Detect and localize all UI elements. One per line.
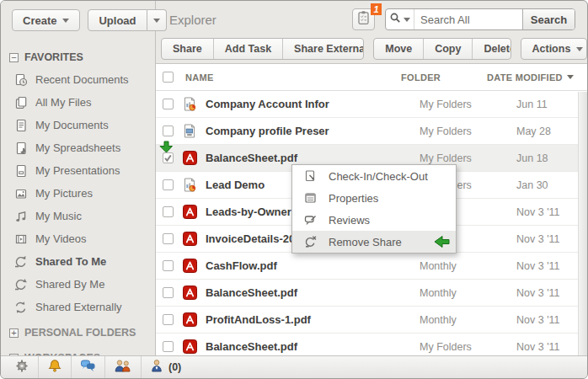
search-button[interactable]: Search [522,9,575,29]
context-menu-item-label: Properties [329,192,378,205]
table-row[interactable]: Company Account InforMy FoldersJun 11 [156,91,587,118]
status-bar: (0) [1,355,587,378]
row-checkbox[interactable] [163,206,174,217]
context-menu-item-remove-share[interactable]: Remove Share [292,231,456,253]
row-checkbox[interactable] [163,233,174,244]
search-input[interactable] [414,9,522,29]
row-checkbox[interactable] [163,125,174,136]
tasks-clipboard-button[interactable]: 1 [352,8,375,30]
sidebar-item-my-documents[interactable]: My Documents [9,114,155,136]
file-name[interactable]: BalanceSheet.pdf [206,152,411,164]
pdf-file-icon [183,232,206,246]
sidebar-item-my-music[interactable]: My Music [9,205,155,227]
contacts-icon [114,359,132,376]
clipboard-icon [356,10,371,29]
scrollbar-track[interactable] [578,92,587,355]
share-externally-button[interactable]: Share Externally [283,39,364,59]
statusbar-settings-button[interactable] [6,356,39,378]
pdf-file-icon [183,151,206,165]
row-checkbox[interactable] [163,314,174,325]
file-name[interactable]: Company Account Infor [206,98,411,110]
collapse-icon[interactable]: − [9,53,19,62]
file-date-modified: Nov 3 '11 [497,287,587,299]
file-folder: My Folders [411,99,497,110]
chevron-down-icon [576,47,583,51]
file-name[interactable]: ProfitAndLoss-1.pdf [206,313,411,326]
sidebar-item-label: Recent Documents [35,73,129,86]
row-check-cell [156,179,183,190]
properties-icon [303,191,318,205]
my-pictures-icon [13,186,28,200]
sidebar-item-my-pictures[interactable]: My Pictures [9,182,155,205]
row-checkbox[interactable] [163,341,174,352]
column-header-date-modified[interactable]: DATE MODIFIED [487,72,577,83]
table-row[interactable]: ProfitAndLoss-1.pdfMonthlyNov 3 '11 [156,307,587,334]
file-folder: Monthly [411,287,497,299]
statusbar-chat-button[interactable] [72,356,105,378]
search-box: Search [385,8,575,30]
context-menu-item-label: Remove Share [329,236,402,248]
row-check-cell [156,125,183,136]
file-name[interactable]: BalanceSheet.pdf [206,340,411,353]
sidebar-item-recent-documents[interactable]: Recent Documents [9,68,155,91]
share-button[interactable]: Share [162,39,214,59]
sidebar-item-label: My Documents [35,119,109,131]
move-button[interactable]: Move [374,39,424,59]
row-check-cell [156,99,183,109]
sidebar-item-label: Shared By Me [35,278,104,291]
app-window: Create Upload −FAVORITESRecent Documents… [0,0,588,379]
header-check-cell [156,72,183,83]
context-menu-item-label: Reviews [329,214,370,227]
column-header-name[interactable]: NAME [183,72,401,83]
row-checkbox[interactable] [163,260,174,271]
file-date-modified: Nov 3 '11 [497,206,587,218]
statusbar-alerts-button[interactable] [39,356,72,378]
chevron-down-icon [404,18,410,22]
table-row[interactable]: BalanceSheet.pdfMonthlyNov 3 '11 [156,280,587,307]
column-header-folder[interactable]: FOLDER [401,72,487,83]
upload-split-button: Upload [88,9,166,40]
sidebar-section-favorites[interactable]: −FAVORITES [9,46,155,68]
sidebar-item-label: My Spreadsheets [35,141,120,154]
table-row[interactable]: CashFlow.pdfMonthlyNov 3 '11 [156,253,587,280]
sidebar-item-my-videos[interactable]: My Videos [9,227,155,250]
row-checkbox[interactable] [163,179,174,190]
sidebar-item-label: Shared Externally [35,301,122,313]
sidebar-item-shared-to-me[interactable]: Shared To Me [9,250,155,273]
column-header-date-label: DATE MODIFIED [487,72,563,83]
file-name[interactable]: Company profile Preser [206,125,411,137]
file-name[interactable]: CashFlow.pdf [206,259,411,272]
sidebar-item-label: My Presentations [35,164,120,177]
row-checkbox[interactable] [163,99,174,109]
select-all-checkbox[interactable] [163,72,174,83]
statusbar-user-button[interactable]: (0) [142,356,190,378]
sidebar-section-personal-folders[interactable]: +PERSONAL FOLDERS [9,322,155,344]
row-check-cell [156,260,183,271]
notification-badge: 1 [371,3,382,15]
add-task-button[interactable]: Add Task [214,39,283,59]
sidebar-item-shared-by-me[interactable]: Shared By Me [9,273,155,296]
upload-button[interactable]: Upload [88,9,147,31]
context-menu-item-properties[interactable]: Properties [292,187,456,209]
context-menu-item-reviews[interactable]: Reviews [292,209,456,231]
search-scope-button[interactable] [386,9,414,29]
sort-arrow-icon [567,75,574,79]
context-menu-item-check-in-check-out[interactable]: Check-In/Check-Out [292,165,456,187]
row-checkbox[interactable] [163,287,174,298]
create-button-label: Create [23,14,56,27]
table-row[interactable]: BalanceSheet.pdfMy FoldersNov 3 '11 [156,334,587,355]
delete-button[interactable]: Delete [473,39,510,59]
file-name[interactable]: BalanceSheet.pdf [206,286,411,299]
sidebar-item-shared-externally[interactable]: Shared Externally [9,296,155,318]
sidebar-section-workspaces[interactable]: +WORKSPACES [9,347,155,355]
statusbar-contacts-button[interactable] [105,356,142,378]
green-down-arrow-annotation [159,141,174,157]
actions-button[interactable]: Actions [521,39,588,59]
sidebar-item-my-spreadsheets[interactable]: My Spreadsheets [9,136,155,159]
create-button[interactable]: Create [12,9,80,31]
table-row[interactable]: Company profile PreserMy FoldersMay 28 [156,118,587,145]
expand-icon[interactable]: + [9,328,19,338]
sidebar-item-my-presentations[interactable]: My Presentations [9,159,155,182]
copy-button[interactable]: Copy [424,39,473,59]
sidebar-item-all-my-files[interactable]: All My Files [9,91,155,114]
